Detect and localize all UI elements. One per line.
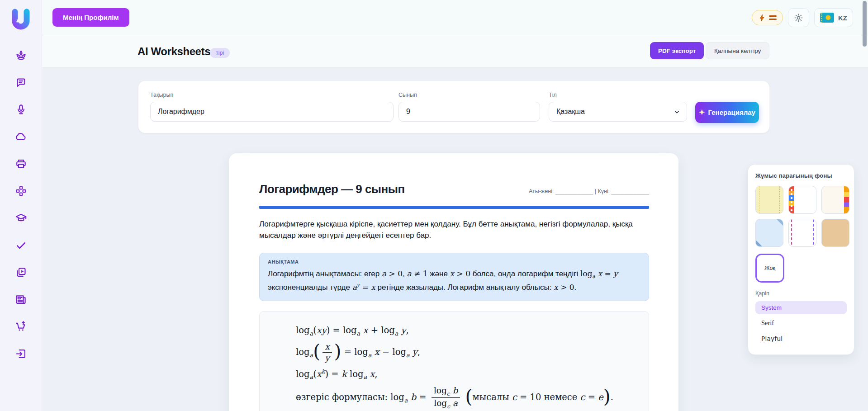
generator-form: Тақырып Сынып Тіл Қазақша ✦ Генерациялау (138, 80, 770, 133)
app-logo-icon[interactable] (10, 8, 32, 33)
kazakhstan-flag-icon (820, 13, 834, 23)
sprout-icon (15, 49, 27, 61)
definition-label: АНЫҚТАМА (268, 259, 640, 265)
background-thumbnail-white-dashed-borders[interactable] (788, 219, 816, 247)
slideshow-icon (15, 266, 27, 279)
language-select[interactable]: Қазақша (549, 102, 687, 122)
sidebar-item-microphone[interactable] (15, 104, 27, 116)
page-title: AI Worksheets (138, 45, 210, 58)
printer-icon (15, 158, 27, 170)
lightning-icon (758, 14, 766, 22)
font-section-label: Қаріп (755, 290, 847, 297)
sidebar-item-logout[interactable] (15, 348, 27, 360)
language-code: KZ (838, 14, 847, 22)
graduation-cap-icon (15, 212, 27, 224)
cart-plus-icon (15, 321, 27, 333)
gamepad-dpad-icon (15, 185, 27, 197)
sidebar-item-printer[interactable] (15, 158, 27, 170)
font-option-playful[interactable]: Playful (755, 332, 847, 345)
sidebar-item-slideshow[interactable] (15, 266, 27, 279)
definition-callout: АНЫҚТАМА Логарифмтің анықтамасы: егер a … (259, 253, 649, 301)
sidebar-item-chat[interactable] (15, 76, 27, 89)
font-option-serif[interactable]: Serif (755, 316, 847, 330)
grade-input[interactable] (398, 102, 540, 122)
language-label: Тіл (549, 92, 557, 98)
equals-icon (769, 15, 777, 19)
worksheet-divider (259, 206, 649, 209)
sidebar-item-shop[interactable] (15, 321, 27, 333)
sidebar-item-games[interactable] (15, 185, 27, 197)
generate-button[interactable]: ✦ Генерациялау (695, 102, 759, 123)
worksheet-intro: Логарифмтерге қысқаша кіріспе, қасиеттер… (259, 219, 649, 241)
theme-toggle-button[interactable] (788, 8, 809, 27)
language-select-value: Қазақша (556, 108, 585, 116)
sidebar-item-cloud[interactable] (15, 131, 27, 143)
sun-icon (794, 13, 803, 23)
background-thumbnail-cream-color-right[interactable] (821, 186, 849, 214)
definition-text: Логарифмтің анықтамасы: егер a > 0, a ≠ … (268, 268, 640, 293)
formula-line: loga(xy) = loga x − loga y, (296, 342, 635, 363)
sidebar-item-sprout[interactable] (15, 49, 27, 61)
background-thumbnail-tan-paper[interactable] (821, 219, 849, 247)
energy-counter[interactable] (752, 10, 783, 25)
formula-line: loga(xk) = k loga x, (296, 368, 635, 380)
background-thumbnail-blue-folded-corners[interactable] (755, 219, 783, 247)
status-badge: тірі (210, 48, 230, 58)
pdf-export-button[interactable]: PDF экспорт (650, 42, 704, 59)
font-option-system[interactable]: System (755, 301, 847, 314)
sidebar-item-news[interactable] (15, 293, 27, 306)
newspaper-icon (15, 293, 27, 306)
worksheet-name-date-line: Аты-жөні: ____________ | Күні: _________… (529, 188, 649, 196)
background-none-button[interactable]: Жоқ (755, 254, 784, 283)
topic-label: Тақырып (150, 92, 173, 98)
chat-icon (15, 76, 27, 89)
worksheet-preview: Логарифмдер — 9 сынып Аты-жөні: ________… (229, 153, 678, 411)
language-selector[interactable]: KZ (814, 8, 853, 27)
sidebar (0, 0, 42, 411)
reset-button[interactable]: Қалпына келтіру (706, 42, 769, 59)
font-list: System Serif Playful (755, 301, 847, 345)
formulas-box: loga(xy) = loga x + loga y, loga(xy) = l… (259, 311, 649, 411)
chevron-down-icon (674, 109, 680, 115)
topic-input[interactable] (150, 102, 394, 122)
check-icon (15, 239, 27, 251)
sidebar-item-education[interactable] (15, 212, 27, 224)
cloud-icon (15, 131, 27, 143)
profile-button[interactable]: Менің Профилім (52, 8, 129, 27)
scrollbar-track[interactable] (862, 0, 868, 411)
background-panel-title: Жұмыс парағының фоны (755, 172, 847, 179)
logout-icon (15, 348, 27, 360)
grade-label: Сынып (398, 92, 417, 98)
microphone-icon (15, 104, 27, 116)
sidebar-item-check[interactable] (15, 239, 27, 251)
scrollbar-thumb[interactable] (863, 1, 867, 47)
worksheet-title: Логарифмдер — 9 сынып (259, 182, 405, 196)
background-thumbnails (755, 186, 847, 247)
formula-line: loga(xy) = loga x + loga y, (296, 325, 635, 337)
top-bar: Менің Профилім KZ (42, 0, 868, 35)
background-thumbnail-notebook-color-left[interactable] (788, 186, 816, 214)
sparkles-icon: ✦ (699, 108, 705, 117)
page-header: AI Worksheets тірі PDF экспорт Қалпына к… (42, 35, 868, 68)
generate-button-label: Генерациялау (708, 109, 755, 116)
background-thumbnail-yellow-paper[interactable] (755, 186, 783, 214)
worksheet-background-panel: Жұмыс парағының фоны Жоқ Қаріп System Se… (748, 164, 854, 355)
formula-line: өзгеріс формуласы: loga b = logc blogc a… (296, 386, 635, 410)
